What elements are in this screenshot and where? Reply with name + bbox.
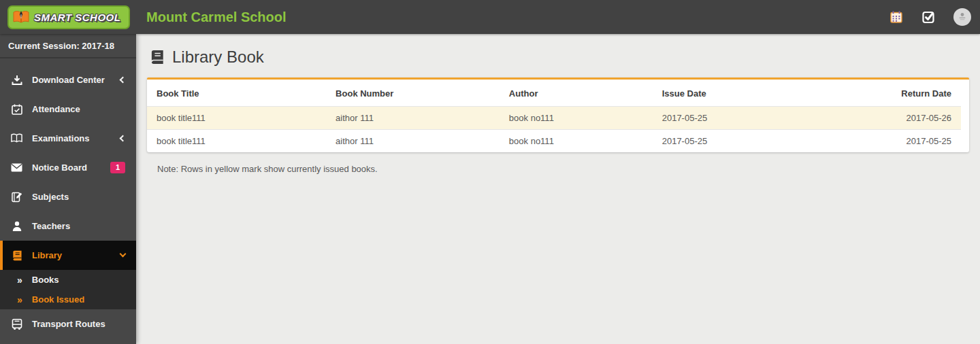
sidebar-item-download-center[interactable]: Download Center bbox=[0, 65, 136, 94]
smart-school-logo[interactable]: SMART SCHOOL bbox=[7, 5, 130, 29]
column-header-book-number: Book Number bbox=[326, 80, 500, 107]
sidebar-item-label: Attendance bbox=[32, 104, 80, 114]
column-header-book-title: Book Title bbox=[147, 80, 326, 107]
library-book-table: Book Title Book Number Author Issue Date… bbox=[147, 80, 961, 152]
open-book-icon bbox=[11, 133, 22, 144]
sidebar-item-teachers[interactable]: Teachers bbox=[0, 211, 136, 241]
book-icon bbox=[11, 250, 22, 261]
sidebar-menu: Download Center Attendance Examinations bbox=[0, 58, 136, 339]
column-header-author: Author bbox=[500, 80, 653, 107]
angle-double-right-icon: » bbox=[17, 275, 22, 286]
chevron-down-icon bbox=[120, 251, 127, 258]
calendar-icon[interactable] bbox=[888, 9, 904, 25]
logo-text: SMART SCHOOL bbox=[34, 12, 120, 23]
cell-book-title: book title111 bbox=[147, 130, 326, 153]
envelope-icon bbox=[11, 162, 22, 173]
chevron-left-icon bbox=[120, 77, 127, 84]
sidebar: Current Session: 2017-18 Download Center… bbox=[0, 34, 136, 344]
sidebar-item-label: Examinations bbox=[32, 133, 90, 143]
sidebar-item-label: Teachers bbox=[32, 221, 70, 231]
book-icon bbox=[148, 50, 165, 65]
sidebar-subitem-book-issued[interactable]: » Book Issued bbox=[0, 290, 136, 309]
library-submenu: » Books » Book Issued bbox=[0, 270, 136, 309]
issued-books-note: Note: Rows in yellow mark show currently… bbox=[147, 164, 969, 174]
table-header-row: Book Title Book Number Author Issue Date… bbox=[147, 80, 961, 107]
sidebar-item-notice-board[interactable]: Notice Board 1 bbox=[0, 153, 136, 182]
open-book-pen-icon bbox=[12, 10, 30, 24]
bus-icon bbox=[11, 318, 22, 330]
sidebar-item-label: Download Center bbox=[32, 75, 105, 85]
cell-book-number: aithor 111 bbox=[326, 130, 500, 153]
calendar-check-icon bbox=[11, 103, 22, 115]
notice-count-badge: 1 bbox=[110, 162, 125, 173]
task-check-icon[interactable] bbox=[921, 9, 937, 25]
angle-double-right-icon: » bbox=[17, 294, 22, 305]
cell-return-date: 2017-05-25 bbox=[832, 130, 961, 153]
cell-issue-date: 2017-05-25 bbox=[653, 130, 832, 153]
download-icon bbox=[11, 74, 22, 86]
person-icon bbox=[11, 220, 22, 232]
sidebar-subitem-books[interactable]: » Books bbox=[0, 270, 136, 290]
sidebar-item-label: Notice Board bbox=[32, 162, 87, 173]
table-row-issued[interactable]: book title111 aithor 111 book no111 2017… bbox=[147, 107, 961, 130]
cell-author: book no111 bbox=[500, 130, 653, 153]
main-content: Library Book Book Title Book Number Auth… bbox=[136, 34, 980, 344]
sidebar-item-examinations[interactable]: Examinations bbox=[0, 124, 136, 153]
book-pencil-icon bbox=[11, 191, 22, 203]
sidebar-item-library[interactable]: Library bbox=[0, 241, 136, 270]
column-header-issue-date: Issue Date bbox=[653, 80, 832, 107]
page-layout: Current Session: 2017-18 Download Center… bbox=[0, 34, 980, 344]
page-title-text: Library Book bbox=[172, 48, 264, 67]
library-book-card: Book Title Book Number Author Issue Date… bbox=[147, 78, 969, 152]
sidebar-item-subjects[interactable]: Subjects bbox=[0, 182, 136, 211]
sidebar-subitem-label: Book Issued bbox=[32, 294, 84, 305]
sidebar-item-label: Subjects bbox=[32, 192, 69, 202]
sidebar-item-attendance[interactable]: Attendance bbox=[0, 94, 136, 124]
current-session-label: Current Session: 2017-18 bbox=[0, 34, 136, 58]
navbar-actions bbox=[888, 8, 980, 26]
cell-return-date: 2017-05-26 bbox=[832, 107, 961, 130]
top-navbar: SMART SCHOOL Mount Carmel School bbox=[0, 0, 980, 34]
sidebar-item-label: Transport Routes bbox=[32, 319, 105, 329]
cell-issue-date: 2017-05-25 bbox=[653, 107, 832, 130]
chevron-left-icon bbox=[120, 135, 127, 142]
logo-area: SMART SCHOOL bbox=[0, 5, 136, 29]
sidebar-item-label: Library bbox=[32, 250, 62, 260]
cell-book-number: aithor 111 bbox=[326, 107, 500, 130]
table-row[interactable]: book title111 aithor 111 book no111 2017… bbox=[147, 130, 961, 153]
sidebar-item-transport-routes[interactable]: Transport Routes bbox=[0, 309, 136, 339]
school-name-title: Mount Carmel School bbox=[146, 10, 287, 25]
page-title: Library Book bbox=[148, 48, 969, 67]
sidebar-subitem-label: Books bbox=[32, 275, 59, 285]
column-header-return-date: Return Date bbox=[832, 80, 961, 107]
cell-book-title: book title111 bbox=[147, 107, 326, 130]
user-avatar[interactable] bbox=[953, 8, 971, 26]
cell-author: book no111 bbox=[500, 107, 653, 130]
